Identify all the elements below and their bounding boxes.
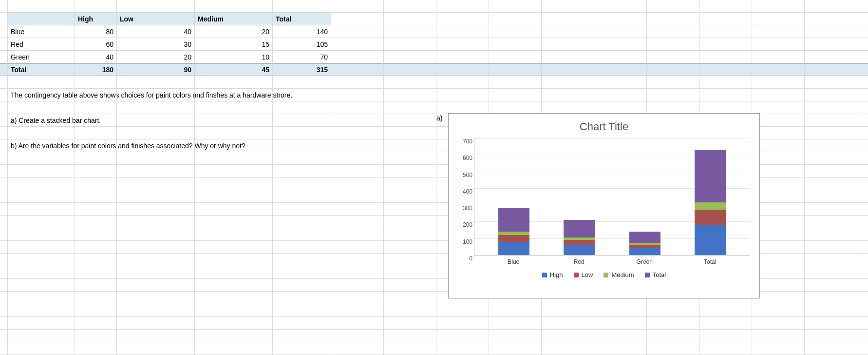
cell[interactable]: [857, 216, 868, 228]
cell[interactable]: [75, 304, 117, 317]
cell[interactable]: [8, 254, 75, 266]
cell[interactable]: [489, 63, 542, 76]
cell[interactable]: [8, 178, 75, 190]
cell[interactable]: [195, 342, 273, 355]
cell[interactable]: [436, 51, 489, 63]
chart-bar-group[interactable]: [495, 138, 532, 255]
cell[interactable]: [805, 76, 857, 89]
cell[interactable]: [489, 51, 542, 63]
cell[interactable]: [542, 51, 594, 63]
cell[interactable]: [75, 178, 117, 190]
cell[interactable]: [273, 241, 331, 254]
cell[interactable]: [857, 38, 868, 51]
cell[interactable]: [805, 342, 857, 355]
cell[interactable]: [331, 13, 384, 25]
cell[interactable]: [8, 292, 75, 304]
chart-legend-item[interactable]: Low: [574, 271, 593, 278]
cell[interactable]: [384, 228, 436, 241]
cell[interactable]: [857, 190, 868, 203]
cell[interactable]: [542, 76, 594, 89]
cell[interactable]: [489, 101, 542, 114]
cell[interactable]: [331, 304, 384, 317]
cell[interactable]: [195, 254, 273, 266]
cell[interactable]: [195, 304, 273, 317]
cell[interactable]: [542, 13, 594, 25]
cell[interactable]: [0, 342, 8, 355]
cell[interactable]: [699, 25, 752, 38]
cell[interactable]: [436, 38, 489, 51]
cell[interactable]: [8, 304, 75, 317]
cell[interactable]: [8, 330, 75, 342]
cell[interactable]: [0, 228, 8, 241]
cell[interactable]: [489, 342, 542, 355]
cell[interactable]: [195, 266, 273, 279]
cell[interactable]: [117, 139, 195, 152]
cell[interactable]: [542, 0, 594, 13]
cell[interactable]: [489, 25, 542, 38]
cell[interactable]: [647, 89, 699, 101]
chart-bar-group[interactable]: [626, 138, 663, 255]
cell[interactable]: [805, 317, 857, 330]
cell[interactable]: [195, 330, 273, 342]
cell[interactable]: [594, 38, 647, 51]
cell[interactable]: [805, 266, 857, 279]
cell[interactable]: [273, 76, 331, 89]
cell[interactable]: [195, 228, 273, 241]
cell[interactable]: [384, 25, 436, 38]
cell[interactable]: [752, 330, 805, 342]
cell[interactable]: [117, 241, 195, 254]
cell[interactable]: [489, 38, 542, 51]
cell[interactable]: [273, 89, 331, 101]
cell[interactable]: [752, 203, 805, 216]
cell[interactable]: [436, 317, 489, 330]
cell[interactable]: [0, 63, 8, 76]
cell[interactable]: [699, 76, 752, 89]
cell[interactable]: [857, 63, 868, 76]
cell[interactable]: [699, 342, 752, 355]
cell[interactable]: [384, 279, 436, 292]
cell[interactable]: [699, 13, 752, 25]
cell[interactable]: [647, 317, 699, 330]
cell[interactable]: [0, 304, 8, 317]
cell[interactable]: [752, 317, 805, 330]
cell[interactable]: [805, 0, 857, 13]
cell[interactable]: [117, 228, 195, 241]
cell[interactable]: [594, 304, 647, 317]
stacked-bar-chart[interactable]: Chart Title 0100200300400500600700 BlueR…: [448, 113, 760, 298]
chart-bar-group[interactable]: [692, 138, 729, 255]
cell[interactable]: [857, 139, 868, 152]
cell[interactable]: [699, 0, 752, 13]
cell[interactable]: [436, 76, 489, 89]
cell[interactable]: [752, 254, 805, 266]
cell[interactable]: [857, 342, 868, 355]
chart-legend-item[interactable]: High: [542, 271, 563, 278]
cell[interactable]: [273, 279, 331, 292]
cell[interactable]: [273, 317, 331, 330]
cell[interactable]: [8, 279, 75, 292]
cell[interactable]: [805, 304, 857, 317]
cell[interactable]: [699, 51, 752, 63]
cell[interactable]: [647, 25, 699, 38]
cell[interactable]: [195, 101, 273, 114]
cell[interactable]: [384, 330, 436, 342]
spreadsheet-sheet[interactable]: HighLowMediumTotalBlue804020140Red603015…: [0, 0, 868, 355]
cell[interactable]: [273, 330, 331, 342]
cell[interactable]: [195, 152, 273, 165]
cell[interactable]: [75, 0, 117, 13]
cell[interactable]: [489, 317, 542, 330]
cell[interactable]: [594, 0, 647, 13]
cell[interactable]: [0, 279, 8, 292]
cell[interactable]: [331, 254, 384, 266]
cell[interactable]: [384, 254, 436, 266]
cell[interactable]: [384, 178, 436, 190]
cell[interactable]: [331, 101, 384, 114]
cell[interactable]: [195, 89, 273, 101]
cell[interactable]: [647, 330, 699, 342]
cell[interactable]: [752, 304, 805, 317]
cell[interactable]: [594, 330, 647, 342]
cell[interactable]: [0, 0, 8, 13]
cell[interactable]: [75, 165, 117, 178]
cell[interactable]: [8, 190, 75, 203]
cell[interactable]: [857, 76, 868, 89]
cell[interactable]: [857, 279, 868, 292]
